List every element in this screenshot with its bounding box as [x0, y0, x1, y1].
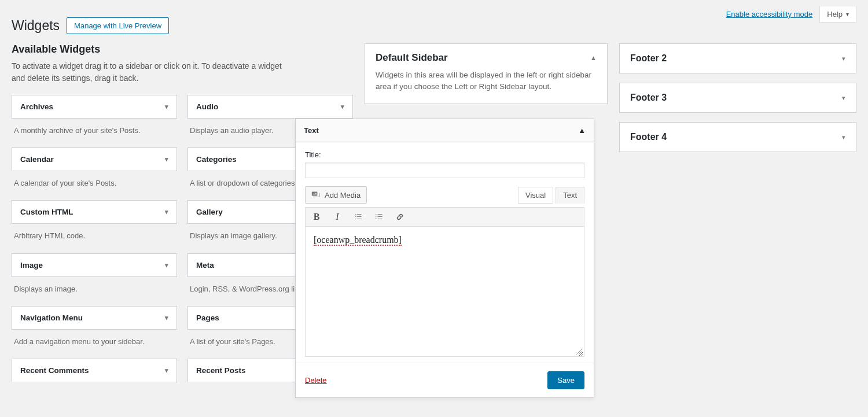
available-widgets-instruction: To activate a widget drag it to a sideba…	[12, 60, 284, 84]
enable-accessibility-link[interactable]: Enable accessibility mode	[726, 10, 813, 19]
sidebar-area-footer[interactable]: Footer 3▾	[619, 83, 856, 113]
resize-handle-icon[interactable]	[576, 348, 583, 355]
delete-link[interactable]: Delete	[305, 376, 327, 385]
widget-name: Categories	[196, 155, 237, 164]
widget-header[interactable]: Image▾	[12, 253, 177, 277]
widget-header[interactable]: Navigation Menu▾	[12, 306, 177, 330]
sidebar-area-default[interactable]: Default Sidebar ▲ Widgets in this area w…	[365, 43, 608, 104]
save-button[interactable]: Save	[547, 371, 584, 389]
widget-description: Add a navigation menu to your sidebar.	[12, 330, 177, 355]
editor-textarea[interactable]: [oceanwp_breadcrumb]	[305, 227, 584, 357]
widget-description: A monthly archive of your site's Posts.	[12, 119, 177, 144]
available-widgets-heading: Available Widgets	[12, 43, 353, 56]
help-button[interactable]: Help	[819, 6, 856, 23]
chevron-down-icon[interactable]: ▾	[341, 103, 344, 110]
italic-button[interactable]: I	[331, 211, 344, 223]
widget-name: Recent Comments	[20, 366, 89, 375]
editor-content: [oceanwp_breadcrumb]	[314, 235, 402, 246]
footer-area-title: Footer 3	[630, 93, 667, 103]
widget-description: A calendar of your site's Posts.	[12, 171, 177, 197]
widget-name: Recent Posts	[196, 366, 246, 375]
widget-name: Gallery	[196, 208, 223, 216]
chevron-down-icon[interactable]: ▾	[165, 103, 168, 110]
available-widget: Calendar▾A calendar of your site's Posts…	[12, 147, 177, 197]
bullet-list-button[interactable]	[352, 211, 365, 223]
available-widget: Recent Comments▾	[12, 359, 177, 382]
help-label: Help	[827, 10, 843, 19]
widget-name: Calendar	[20, 155, 54, 164]
chevron-down-icon[interactable]: ▾	[165, 208, 168, 216]
add-media-button[interactable]: Add Media	[305, 186, 367, 204]
widget-name: Navigation Menu	[20, 313, 83, 322]
chevron-down-icon[interactable]: ▾	[165, 314, 168, 322]
chevron-down-icon[interactable]: ▾	[842, 55, 845, 62]
live-preview-button[interactable]: Manage with Live Preview	[67, 17, 169, 34]
chevron-down-icon[interactable]: ▾	[165, 156, 168, 163]
chevron-down-icon[interactable]: ▾	[165, 261, 168, 269]
add-media-label: Add Media	[325, 191, 361, 200]
sidebar-area-desc: Widgets in this area will be displayed i…	[376, 69, 597, 93]
widget-name: Audio	[196, 102, 218, 111]
widget-name: Meta	[196, 261, 214, 270]
footer-area-title: Footer 2	[630, 53, 667, 64]
text-widget-panel: Text ▲ Title: Add Media Visual Text	[295, 119, 594, 398]
text-widget-title: Text	[304, 126, 319, 135]
title-input[interactable]	[305, 163, 584, 178]
editor-toolbar: B I	[305, 207, 584, 227]
widget-name: Archives	[20, 102, 53, 111]
media-icon	[311, 190, 321, 200]
available-widget: Navigation Menu▾Add a navigation menu to…	[12, 306, 177, 355]
widget-name: Custom HTML	[20, 208, 73, 216]
tab-visual[interactable]: Visual	[518, 187, 553, 204]
widget-description: Arbitrary HTML code.	[12, 224, 177, 249]
available-widget: Archives▾A monthly archive of your site'…	[12, 95, 177, 144]
sidebar-area-footer[interactable]: Footer 4▾	[619, 122, 856, 152]
widget-header[interactable]: Recent Comments▾	[12, 359, 177, 382]
chevron-up-icon[interactable]: ▲	[578, 126, 586, 135]
widget-header[interactable]: Audio▾	[187, 95, 353, 119]
chevron-down-icon[interactable]: ▾	[842, 94, 845, 102]
widget-name: Pages	[196, 313, 219, 322]
widget-header[interactable]: Archives▾	[12, 95, 177, 119]
available-widget: Custom HTML▾Arbitrary HTML code.	[12, 200, 177, 249]
chevron-up-icon[interactable]: ▲	[590, 54, 597, 61]
chevron-down-icon[interactable]: ▾	[842, 134, 845, 141]
sidebar-area-footer[interactable]: Footer 2▾	[619, 43, 856, 73]
title-label: Title:	[305, 150, 321, 159]
available-widget: Image▾Displays an image.	[12, 253, 177, 302]
widget-header[interactable]: Custom HTML▾	[12, 200, 177, 224]
sidebar-area-title: Default Sidebar	[376, 52, 448, 64]
footer-area-title: Footer 4	[630, 132, 667, 142]
link-button[interactable]	[393, 211, 406, 223]
bold-button[interactable]: B	[310, 211, 323, 223]
tab-text[interactable]: Text	[556, 187, 584, 204]
widget-description: Displays an image.	[12, 277, 177, 302]
chevron-down-icon[interactable]: ▾	[165, 367, 168, 374]
widget-name: Image	[20, 261, 43, 270]
numbered-list-button[interactable]	[373, 211, 385, 223]
page-title: Widgets	[12, 18, 60, 34]
widget-header[interactable]: Calendar▾	[12, 147, 177, 171]
